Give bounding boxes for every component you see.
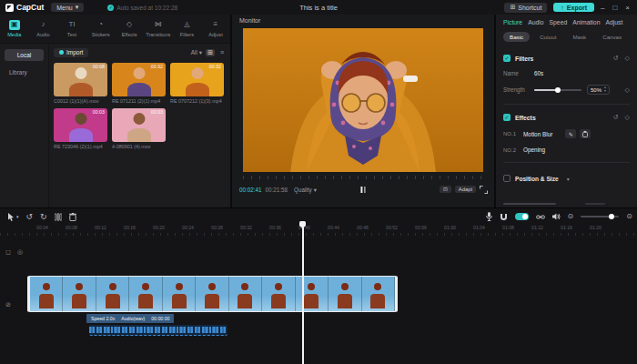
grid-view-icon[interactable]: ⊞ bbox=[206, 49, 215, 56]
media-panel-tab[interactable]: TI Text bbox=[57, 15, 86, 43]
ratio-button[interactable]: ⊡ bbox=[440, 186, 451, 193]
minimize-button[interactable]: – bbox=[601, 4, 604, 12]
menu-button[interactable]: Menu ▾ bbox=[51, 3, 84, 12]
top-bar: CapCut Menu ▾ ✓ Auto saved at 10:22:28 T… bbox=[0, 0, 637, 15]
select-tool-button[interactable]: ▾ bbox=[7, 212, 19, 221]
position-size-checkbox[interactable] bbox=[503, 175, 511, 182]
effects-checkbox[interactable]: ✓ bbox=[503, 114, 511, 121]
strength-value-box[interactable]: 50% ▴▾ bbox=[587, 85, 610, 95]
zoom-in-icon[interactable]: ⊙ bbox=[626, 212, 632, 221]
video-clip[interactable] bbox=[27, 276, 398, 312]
zoom-fit-icon[interactable]: ⊙ bbox=[568, 212, 574, 221]
capcut-logo-icon bbox=[5, 4, 14, 12]
list-view-icon[interactable]: ≡ bbox=[218, 49, 226, 56]
shortcut-icon: ⊞ bbox=[510, 4, 515, 11]
keyframe-icon[interactable]: ◇ bbox=[625, 114, 630, 121]
stepper-arrows[interactable]: ▴▾ bbox=[604, 86, 606, 93]
filter-name-label: Name bbox=[503, 70, 534, 76]
playhead-line[interactable] bbox=[302, 225, 304, 364]
eye-icon[interactable]: ◎ bbox=[17, 248, 23, 256]
media-item[interactable]: 00:03 RE 723046 (2)(1).mp4 bbox=[54, 108, 107, 149]
magnet-snap-button[interactable] bbox=[500, 213, 508, 221]
media-duration-badge: 00:08 bbox=[93, 64, 105, 69]
edit-effect-button[interactable]: ✎ bbox=[565, 129, 576, 138]
redo-button[interactable]: ↻ bbox=[40, 212, 47, 221]
inspector-tab[interactable]: Speed bbox=[550, 19, 568, 25]
chevron-down-icon: ▾ bbox=[567, 176, 570, 182]
media-source-item[interactable]: Library bbox=[5, 66, 44, 78]
reset-icon[interactable]: ↺ bbox=[613, 55, 619, 62]
position-size-title: Position & Size bbox=[515, 176, 559, 182]
divider bbox=[503, 104, 630, 105]
delete-effect-button[interactable] bbox=[580, 129, 591, 138]
filters-title: Filters bbox=[515, 56, 533, 62]
lock-icon[interactable]: ◻ bbox=[5, 248, 11, 256]
reset-icon[interactable]: ↺ bbox=[613, 114, 619, 121]
capcut-logo: CapCut bbox=[5, 3, 44, 12]
timeline-zoom-slider[interactable] bbox=[581, 216, 619, 217]
export-button[interactable]: ↑ Export bbox=[553, 3, 594, 12]
filter-all-dropdown[interactable]: All ▾ bbox=[191, 49, 202, 56]
media-item[interactable]: 00:32 RE 071211 (2)(1).mp4 bbox=[112, 63, 166, 104]
media-panel-tab[interactable]: ⋈ Transitions bbox=[144, 15, 173, 43]
filters-checkbox[interactable]: ✓ bbox=[503, 55, 511, 62]
media-panel-tab[interactable]: ◬ Filters bbox=[173, 15, 202, 43]
strength-slider[interactable] bbox=[534, 89, 581, 91]
media-filename: C0012 (1)(1)(A).mov bbox=[54, 98, 107, 104]
media-panel: ▣ Media ♪ Audio TI Text ◔ Stickers bbox=[0, 15, 230, 207]
timeline-tracks: ◻ ◎ ⊘ Speed 2.0x Audio(wav) 00:00:00 bbox=[0, 236, 637, 364]
media-tab-strip: ▣ Media ♪ Audio TI Text ◔ Stickers bbox=[0, 15, 230, 44]
position-size-section[interactable]: Position & Size ▾ bbox=[496, 175, 637, 182]
media-panel-tab[interactable]: ♪ Audio bbox=[29, 15, 58, 43]
inspector-subtab[interactable]: Basic bbox=[503, 32, 530, 42]
divider bbox=[503, 162, 630, 163]
media-item[interactable]: 00:32 RE 0707212 (1)(3).mp4 bbox=[170, 63, 224, 104]
timeline-ruler[interactable]: 00:0400:0800:1200:1600:2000:2400:2800:32… bbox=[0, 225, 637, 236]
audio-clip[interactable] bbox=[89, 325, 228, 336]
inspector-tab[interactable]: Animation bbox=[572, 19, 600, 25]
inspector-tab[interactable]: Audio bbox=[528, 19, 543, 25]
media-item[interactable]: 00:03 A 080901 (4).mov bbox=[112, 108, 166, 149]
maximize-button[interactable]: □ bbox=[612, 4, 617, 12]
inspector-subtab[interactable]: Cutout bbox=[533, 32, 562, 42]
inspector-tab[interactable]: Picture bbox=[503, 19, 522, 25]
media-panel-tab[interactable]: ≡ Adjust bbox=[201, 15, 230, 43]
close-button[interactable]: × bbox=[625, 4, 630, 12]
split-button[interactable] bbox=[55, 213, 62, 221]
inspector-subtab[interactable]: Canvas bbox=[596, 32, 628, 42]
mute-icon[interactable]: ⊘ bbox=[5, 301, 11, 308]
adapt-button[interactable]: Adapt bbox=[455, 186, 476, 193]
import-button[interactable]: Import bbox=[54, 48, 88, 57]
horizontal-scrollbar[interactable] bbox=[585, 203, 605, 205]
shortcut-button[interactable]: ⊞ Shortcut bbox=[504, 3, 547, 13]
fullscreen-icon[interactable] bbox=[480, 186, 487, 193]
media-panel-tab[interactable]: ▣ Media bbox=[0, 15, 29, 43]
media-panel-tab[interactable]: ◇ Effects bbox=[115, 15, 144, 43]
media-item[interactable]: 00:08 C0012 (1)(1)(A).mov bbox=[54, 63, 107, 104]
media-source-label: Library bbox=[9, 69, 27, 76]
keyframe-icon[interactable]: ◇ bbox=[625, 55, 630, 62]
ruler-timestamp: 00:12 bbox=[95, 225, 124, 230]
media-duration-badge: 00:03 bbox=[93, 109, 105, 115]
media-duration-badge: 00:03 bbox=[151, 109, 163, 115]
inspector-tab[interactable]: Adjust bbox=[605, 19, 622, 25]
effect-number: NO.2 bbox=[503, 147, 523, 153]
thumbnail-figure-body bbox=[127, 83, 151, 96]
media-source-item[interactable]: Local bbox=[5, 49, 44, 61]
pause-button[interactable] bbox=[360, 187, 365, 193]
media-tab-label: Media bbox=[7, 32, 21, 37]
effect-name: Motion Blur bbox=[523, 131, 552, 137]
auto-link-button[interactable] bbox=[536, 214, 545, 220]
quality-dropdown[interactable]: Quality▾ bbox=[294, 187, 317, 193]
horizontal-scrollbar[interactable] bbox=[503, 203, 556, 205]
magnet-icon bbox=[500, 213, 508, 221]
undo-button[interactable]: ↺ bbox=[26, 212, 34, 221]
audio-preview-button[interactable] bbox=[552, 213, 561, 220]
keyframe-icon[interactable]: ◇ bbox=[625, 86, 630, 94]
media-panel-tab[interactable]: ◔ Stickers bbox=[86, 15, 116, 43]
delete-button[interactable] bbox=[69, 213, 76, 221]
inspector-subtab[interactable]: Mask bbox=[566, 32, 592, 42]
record-voiceover-button[interactable] bbox=[486, 212, 492, 221]
media-tab-label: Audio bbox=[36, 32, 49, 37]
link-preview-toggle[interactable] bbox=[515, 213, 529, 220]
